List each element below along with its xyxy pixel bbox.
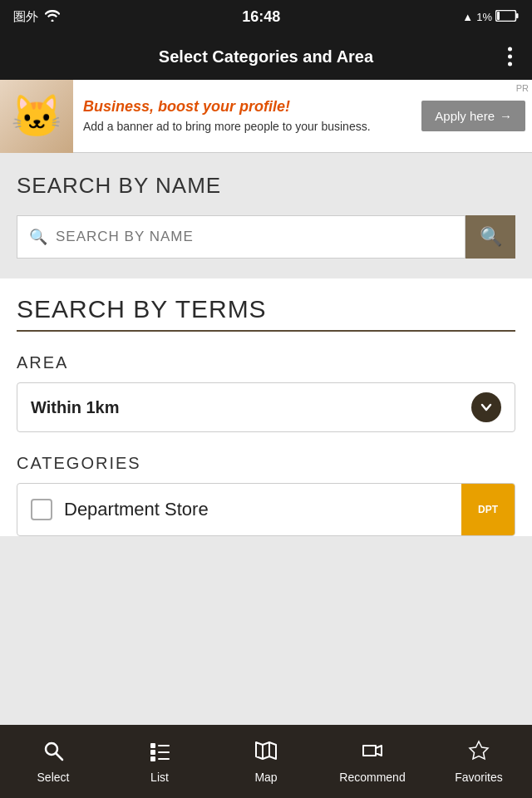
search-input[interactable] (56, 229, 453, 245)
dots-menu-icon (508, 47, 512, 52)
area-label: AREA (17, 353, 515, 372)
tab-bar: Select List Map (0, 725, 532, 798)
search-by-name-section: SEARCH BY NAME (0, 153, 532, 207)
wifi-icon (45, 10, 60, 24)
tab-list[interactable]: List (106, 732, 213, 791)
header: Select Categories and Area (0, 33, 532, 80)
categories-section: CATEGORIES Department Store DPT (0, 441, 532, 536)
tab-list-label: List (150, 771, 169, 784)
search-submit-button[interactable]: 🔍 (466, 215, 515, 259)
star-icon (467, 739, 490, 766)
category-checkbox[interactable] (31, 499, 52, 520)
recommend-icon (361, 739, 384, 766)
list-icon (148, 739, 171, 766)
category-item-department-store[interactable]: Department Store DPT (17, 483, 515, 536)
category-badge: DPT (461, 484, 515, 535)
category-badge-text: DPT (478, 504, 498, 515)
svg-rect-10 (158, 758, 170, 760)
svg-rect-7 (150, 756, 155, 761)
battery-percent: 1% (476, 11, 492, 23)
tab-recommend-label: Recommend (339, 771, 405, 784)
status-bar: 圏外 16:48 ▲ 1% (0, 0, 532, 33)
no-signal-text: 圏外 (13, 9, 38, 25)
svg-rect-1 (497, 12, 500, 20)
category-name: Department Store (64, 499, 209, 520)
search-by-terms-title: SEARCH BY TERMS (17, 295, 515, 332)
ad-headline: Business, boost your profile! (83, 98, 411, 116)
tab-map-label: Map (254, 771, 277, 784)
search-by-name-title: SEARCH BY NAME (17, 173, 515, 199)
categories-label: CATEGORIES (17, 454, 515, 473)
battery-icon (495, 10, 519, 24)
area-selected-value: Within 1km (31, 398, 120, 417)
apply-here-button[interactable]: Apply here → (421, 101, 525, 131)
svg-rect-6 (150, 750, 155, 755)
svg-rect-9 (158, 751, 170, 753)
tab-favorites-label: Favorites (455, 771, 503, 784)
location-icon: ▲ (462, 11, 473, 23)
ad-pr-label: PR (516, 83, 529, 93)
tab-select[interactable]: Select (0, 732, 106, 791)
ad-cat-image: 🐱 (0, 80, 73, 153)
status-time: 16:48 (242, 8, 280, 26)
svg-rect-8 (158, 745, 170, 746)
svg-marker-11 (256, 742, 276, 759)
ad-content: Business, boost your profile! Add a bann… (73, 90, 421, 142)
chevron-down-icon (471, 392, 501, 422)
status-left: 圏外 (13, 9, 60, 25)
search-input-wrapper: 🔍 (17, 215, 466, 259)
page-title: Select Categories and Area (159, 47, 373, 66)
apply-arrow-icon: → (500, 109, 512, 123)
header-menu-button[interactable] (501, 41, 519, 73)
tab-recommend[interactable]: Recommend (319, 732, 426, 791)
svg-rect-5 (150, 743, 155, 748)
tab-favorites[interactable]: Favorites (426, 732, 532, 791)
dots-menu-icon (508, 55, 512, 59)
search-button-icon: 🔍 (480, 226, 502, 248)
search-by-terms-section: SEARCH BY TERMS (0, 278, 532, 340)
svg-line-4 (57, 754, 63, 761)
search-icon (42, 739, 65, 766)
lucky-cat-icon: 🐱 (11, 92, 62, 140)
area-section: AREA Within 1km (0, 340, 532, 441)
search-bar-container: 🔍 🔍 (0, 207, 532, 278)
dots-menu-icon (508, 62, 512, 66)
map-icon (254, 739, 278, 766)
ad-subtext: Add a banner ad to bring more people to … (83, 119, 411, 134)
tab-select-label: Select (37, 771, 70, 784)
area-dropdown[interactable]: Within 1km (17, 382, 515, 432)
svg-marker-14 (363, 746, 376, 756)
status-right: ▲ 1% (462, 10, 519, 24)
svg-marker-16 (470, 741, 488, 759)
svg-rect-2 (516, 13, 519, 18)
search-prefix-icon: 🔍 (29, 228, 47, 246)
svg-marker-15 (376, 746, 382, 756)
ad-banner: PR 🐱 Business, boost your profile! Add a… (0, 80, 532, 153)
tab-map[interactable]: Map (213, 732, 319, 791)
apply-label: Apply here (435, 109, 495, 123)
